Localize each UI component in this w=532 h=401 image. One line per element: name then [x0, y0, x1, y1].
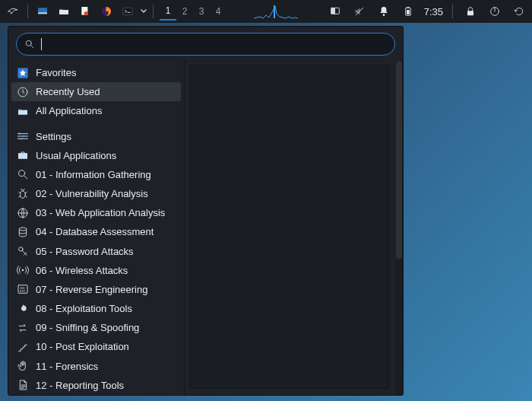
scrollbar-thumb[interactable]	[396, 61, 402, 259]
category-recently-used[interactable]: Recently Used	[11, 82, 181, 101]
workspace-switcher: 1 2 3 4	[160, 2, 226, 21]
workspace-2[interactable]: 2	[176, 2, 193, 21]
text-editor-icon[interactable]	[77, 3, 93, 20]
volume-muted-icon[interactable]	[351, 3, 368, 20]
refresh-icon[interactable]	[511, 3, 527, 20]
workspace-overview-icon[interactable]	[327, 3, 344, 20]
category-04-database-assessment[interactable]: 04 - Database Assessment	[8, 222, 184, 241]
category-label: 06 - Wireless Attacks	[36, 265, 128, 276]
globe-icon	[16, 206, 30, 220]
category-11-forensics[interactable]: 11 - Forensics	[8, 357, 184, 376]
svg-rect-14	[467, 11, 473, 15]
category-all-applications[interactable]: All Applications	[8, 101, 184, 120]
stairs-icon	[16, 340, 30, 354]
search-input[interactable]	[48, 39, 387, 50]
lock-icon[interactable]	[462, 3, 479, 20]
category-08-exploitation-tools[interactable]: 08 - Exploitation Tools	[8, 299, 184, 318]
category-label: 03 - Web Application Analysis	[36, 207, 165, 218]
db-icon	[16, 225, 30, 239]
system-tray: 7:35	[327, 3, 527, 20]
svg-rect-9	[331, 8, 334, 14]
application-menu: FavoritesRecently UsedAll ApplicationsSe…	[8, 26, 404, 396]
category-label: 09 - Sniffing & Spoofing	[36, 322, 139, 333]
svg-line-18	[31, 46, 33, 48]
flame-icon	[16, 302, 30, 316]
category-01-information-gathering[interactable]: 01 - Information Gathering	[8, 165, 184, 184]
sliders-icon	[16, 129, 30, 143]
workspace-1[interactable]: 1	[160, 2, 176, 21]
category-label: 08 - Exploitation Tools	[36, 303, 132, 314]
doc-icon	[16, 378, 30, 392]
briefcase-icon	[16, 148, 30, 162]
grid-icon	[16, 104, 30, 118]
category-12-reporting-tools[interactable]: 12 - Reporting Tools	[8, 376, 184, 395]
separator	[153, 5, 154, 18]
category-10-post-exploitation[interactable]: 10 - Post Exploitation	[8, 337, 184, 356]
category-05-password-attacks[interactable]: 05 - Password Attacks	[8, 242, 184, 261]
category-settings[interactable]: Settings	[8, 127, 184, 146]
category-06-wireless-attacks[interactable]: 06 - Wireless Attacks	[8, 261, 184, 280]
svg-rect-1	[38, 12, 47, 14]
clock-icon	[16, 85, 30, 99]
category-favorites[interactable]: Favorites	[8, 63, 184, 82]
category-label: Favorites	[36, 67, 76, 78]
svg-point-32	[19, 228, 26, 231]
category-label: 05 - Password Attacks	[36, 246, 134, 257]
kali-menu-icon[interactable]	[5, 3, 21, 20]
svg-point-30	[21, 191, 26, 198]
power-icon[interactable]	[486, 3, 503, 20]
clock[interactable]: 7:35	[424, 6, 443, 18]
swap-icon	[16, 321, 30, 335]
category-03-web-application-analysis[interactable]: 03 - Web Application Analysis	[8, 203, 184, 222]
terminal-icon[interactable]	[119, 3, 136, 20]
category-label: 12 - Reporting Tools	[36, 380, 124, 391]
category-09-sniffing-spoofing[interactable]: 09 - Sniffing & Spoofing	[8, 318, 184, 337]
category-label: 11 - Forensics	[36, 361, 98, 372]
dropdown-arrow-icon[interactable]	[141, 6, 147, 17]
category-label: 02 - Vulnerability Analysis	[36, 188, 148, 199]
text-cursor	[41, 38, 42, 50]
svg-rect-2	[59, 10, 68, 14]
category-02-vulnerability-analysis[interactable]: 02 - Vulnerability Analysis	[8, 184, 184, 203]
network-graph-icon[interactable]	[254, 3, 299, 20]
svg-text:010: 010	[20, 289, 25, 293]
file-manager-icon[interactable]	[55, 3, 72, 20]
svg-point-4	[84, 11, 88, 15]
svg-rect-13	[407, 10, 410, 14]
category-label: Recently Used	[36, 86, 100, 97]
key-icon	[16, 244, 30, 258]
svg-rect-6	[123, 8, 132, 14]
category-label: 07 - Reverse Engineering	[36, 284, 147, 295]
category-label: 10 - Post Exploitation	[36, 341, 129, 352]
top-panel: 1 2 3 4 7:35	[0, 0, 532, 23]
scrollbar-track[interactable]	[395, 60, 403, 395]
results-pane	[189, 65, 389, 389]
category-usual-applications[interactable]: Usual Applications	[8, 146, 184, 165]
svg-point-28	[19, 170, 25, 177]
magnifier-icon	[16, 167, 30, 181]
firefox-icon[interactable]	[98, 3, 115, 20]
category-label: 01 - Information Gathering	[36, 169, 151, 180]
separator	[27, 5, 28, 18]
category-label: All Applications	[36, 105, 102, 116]
workspace-3[interactable]: 3	[193, 2, 210, 21]
svg-rect-22	[18, 110, 27, 115]
bug-icon	[16, 187, 30, 201]
category-label: 04 - Database Assessment	[36, 226, 154, 237]
svg-rect-27	[18, 154, 27, 159]
category-label: Usual Applications	[36, 150, 116, 161]
svg-point-10	[382, 14, 385, 16]
battery-icon[interactable]	[400, 3, 416, 20]
workspace-4[interactable]: 4	[210, 2, 226, 21]
svg-point-17	[26, 40, 31, 46]
svg-line-29	[24, 176, 27, 179]
category-07-reverse-engineering[interactable]: 10101007 - Reverse Engineering	[8, 280, 184, 299]
category-label: Settings	[36, 131, 71, 142]
separator	[452, 5, 453, 18]
category-list: FavoritesRecently UsedAll ApplicationsSe…	[8, 60, 185, 395]
search-field[interactable]	[16, 33, 395, 56]
star-icon	[16, 66, 30, 80]
hand-icon	[16, 359, 30, 373]
show-desktop-icon[interactable]	[34, 3, 51, 20]
notifications-icon[interactable]	[375, 3, 392, 20]
